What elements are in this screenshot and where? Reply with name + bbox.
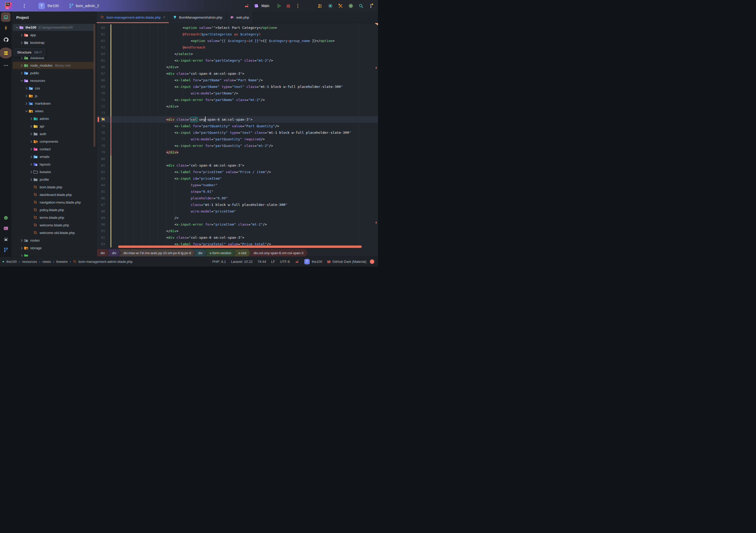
code-with-me-users-icon[interactable] bbox=[316, 3, 323, 9]
code-line-79[interactable]: 79</div> bbox=[96, 149, 378, 156]
notification-ball[interactable] bbox=[370, 259, 374, 264]
tree-item-node_modules[interactable]: jsnode_moduleslibrary root bbox=[12, 62, 96, 69]
code-line-81[interactable]: 81<div class="col-span-6 sm:col-span-3"> bbox=[96, 162, 378, 169]
code-line-73[interactable]: 73 bbox=[96, 110, 378, 116]
tree-item-emails[interactable]: ✉emails bbox=[12, 153, 96, 161]
code-line-76[interactable]: 76<x-input id="partQuantity" type="text"… bbox=[96, 129, 378, 136]
code-line-66[interactable]: 66</div> bbox=[96, 64, 378, 70]
line-number[interactable]: 69 bbox=[96, 84, 105, 90]
line-number[interactable]: 84 bbox=[96, 182, 105, 188]
tree-item-js[interactable]: JSjs bbox=[12, 92, 96, 100]
tree-item-app[interactable]: ▦app bbox=[12, 31, 96, 39]
git-branch-icon[interactable] bbox=[3, 247, 9, 253]
tab-web.php[interactable]: web.php bbox=[226, 12, 253, 23]
tree-scrollbar[interactable] bbox=[94, 24, 95, 147]
line-number[interactable]: 75 bbox=[96, 123, 105, 129]
code-line-78[interactable]: 78<x-input-error for="partQuantity" clas… bbox=[96, 142, 378, 149]
line-number[interactable]: 63 bbox=[96, 44, 105, 51]
code-line-61[interactable]: 61@foreach($partCategories as $category) bbox=[96, 31, 378, 38]
status-item[interactable]: UTF-8 bbox=[280, 260, 290, 264]
tab-BomManagementAdmin.php[interactable]: BomManagementAdmin.php bbox=[169, 12, 226, 23]
tree-item-contact[interactable]: ☻contact bbox=[12, 145, 96, 153]
line-number[interactable]: 91 bbox=[96, 228, 105, 234]
search-icon[interactable] bbox=[358, 3, 364, 9]
line-number[interactable]: 85 bbox=[96, 188, 105, 195]
breadcrumb-div[interactable]: div bbox=[194, 249, 207, 257]
theme-name[interactable]: GitHub Dark (Material) bbox=[332, 260, 366, 264]
line-number[interactable]: 66 bbox=[96, 64, 105, 70]
line-number[interactable]: 62 bbox=[96, 38, 105, 44]
code-line-70[interactable]: 70wire:model="partName"/> bbox=[96, 90, 378, 96]
chevron-right-icon[interactable] bbox=[29, 162, 33, 166]
line-number[interactable]: 82 bbox=[96, 169, 105, 175]
chevron-right-icon[interactable] bbox=[29, 140, 33, 144]
tree-item-css[interactable]: ≋css bbox=[12, 85, 96, 92]
code-line-68[interactable]: 68<x-label for="partName" value="Part Na… bbox=[96, 77, 378, 84]
code-line-77[interactable]: 77wire:model="partQuantity" required/> bbox=[96, 136, 378, 142]
tools-icon[interactable] bbox=[337, 3, 344, 9]
line-number[interactable]: 64 bbox=[96, 51, 105, 57]
tree-item-storage[interactable]: ▣storage bbox=[12, 244, 96, 252]
breadcrumb-x-form-section[interactable]: x-form-section bbox=[205, 249, 235, 257]
project-avatar[interactable]: T bbox=[38, 3, 45, 9]
run-play-icon[interactable] bbox=[276, 3, 282, 9]
line-number[interactable]: 72 bbox=[96, 103, 105, 110]
chevron-right-icon[interactable] bbox=[29, 124, 33, 129]
line-number[interactable]: 87 bbox=[96, 201, 105, 208]
tree-item-layouts[interactable]: ▤layouts bbox=[12, 161, 96, 168]
chevron-right-icon[interactable] bbox=[29, 170, 33, 174]
tree-item-bom.blade.php[interactable]: bom.blade.php bbox=[12, 183, 96, 191]
tree-item-markdown[interactable]: M↓markdown bbox=[12, 100, 96, 107]
code-line-83[interactable]: 83<x-input id="priceItem" bbox=[96, 175, 378, 182]
code-line-71[interactable]: 71<x-input-error for="partName" class="m… bbox=[96, 96, 378, 103]
tree-item-auth[interactable]: auth bbox=[12, 130, 96, 138]
path-segment[interactable]: the100 bbox=[6, 260, 17, 264]
chevron-right-icon[interactable] bbox=[20, 63, 24, 68]
vcs-widget[interactable]: bom_admin_2 bbox=[68, 3, 101, 9]
chevron-right-icon[interactable] bbox=[20, 41, 24, 45]
code-line-86[interactable]: 86placeholder="0.00" bbox=[96, 195, 378, 201]
line-number[interactable]: 70 bbox=[96, 90, 105, 96]
tree-item-api[interactable]: #api bbox=[12, 122, 96, 130]
phone-hangup-icon[interactable] bbox=[244, 3, 250, 9]
tab-bom-management-admin.blade.php[interactable]: bom-management-admin.blade.php× bbox=[96, 12, 169, 23]
lightbulb-icon[interactable] bbox=[100, 117, 105, 122]
path-segment[interactable]: views bbox=[42, 260, 51, 264]
breadcrumb-div.col.uny-span-6.sm:col-span-3[interactable]: div.col.uny-span-6.sm:col-span-3 bbox=[249, 249, 308, 257]
tree-item-resources[interactable]: ≣resources bbox=[12, 77, 96, 85]
commit-icon[interactable] bbox=[3, 25, 9, 31]
settings-gear-icon[interactable] bbox=[3, 215, 9, 221]
line-number[interactable]: 77 bbox=[96, 136, 105, 142]
chevron-right-icon[interactable] bbox=[29, 155, 33, 159]
tree-item-public[interactable]: ⊕public bbox=[12, 69, 96, 77]
code-line-72[interactable]: 72</div> bbox=[96, 103, 378, 110]
project-widget[interactable]: the100 bbox=[47, 4, 59, 8]
line-number[interactable]: 79 bbox=[96, 149, 105, 156]
tree-item-dashboard.blade.php[interactable]: dashboard.blade.php bbox=[12, 191, 96, 199]
code-line-69[interactable]: 69<x-input id="partName" type="text" cla… bbox=[96, 84, 378, 90]
tree-item-partial[interactable] bbox=[12, 252, 96, 257]
breadcrumb-div[interactable]: div bbox=[107, 249, 121, 257]
code-line-82[interactable]: 82<x-label for="priceItem" value="Price … bbox=[96, 169, 378, 175]
tree-item-welcome.blade.php[interactable]: welcome.blade.php bbox=[12, 221, 96, 229]
chevron-right-icon[interactable] bbox=[29, 117, 33, 121]
line-number[interactable]: 78 bbox=[96, 142, 105, 149]
chevron-right-icon[interactable] bbox=[24, 94, 29, 98]
problems-siren-icon[interactable] bbox=[3, 236, 9, 242]
tree-item-terms.blade.php[interactable]: terms.blade.php bbox=[12, 214, 96, 221]
phone-hangup-icon[interactable] bbox=[295, 259, 299, 264]
chevron-right-icon[interactable] bbox=[24, 102, 29, 106]
atom-icon[interactable] bbox=[348, 3, 354, 9]
run-more-kebab-icon[interactable] bbox=[294, 3, 301, 9]
project-laptop-icon[interactable] bbox=[3, 14, 9, 20]
status-item[interactable]: PHP: 8.1 bbox=[212, 260, 226, 264]
tree-item-livewire[interactable]: livewire bbox=[12, 168, 96, 176]
tree-item-views[interactable]: ◈views bbox=[12, 107, 96, 115]
line-number[interactable]: 73 bbox=[96, 110, 105, 116]
run-config-selector[interactable]: Main bbox=[261, 4, 269, 8]
path-segment[interactable]: resources bbox=[22, 260, 37, 264]
line-number[interactable]: 92 bbox=[96, 234, 105, 241]
code-line-80[interactable]: 80 bbox=[96, 156, 378, 162]
tree-item-components[interactable]: ▚components bbox=[12, 138, 96, 145]
line-number[interactable]: 76 bbox=[96, 129, 105, 136]
